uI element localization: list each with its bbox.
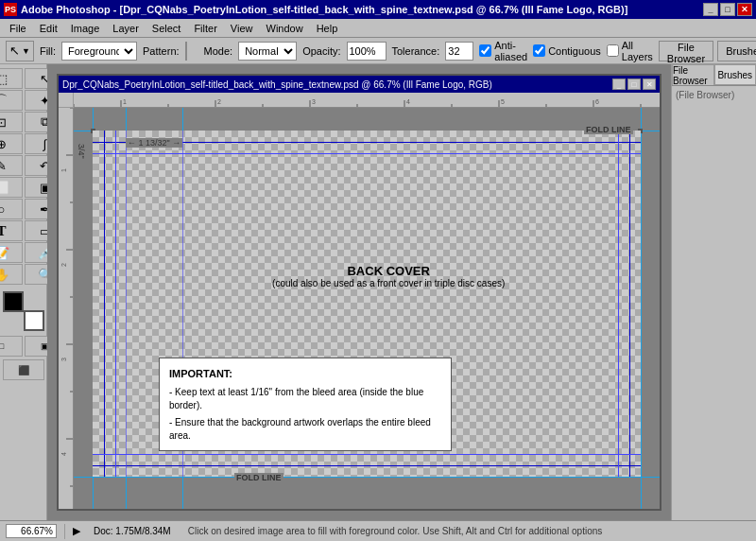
- doc-minimize-button[interactable]: _: [612, 79, 626, 90]
- title-bar: PS Adobe Photoshop - [Dpr_CQNabs_PoetryI…: [0, 0, 756, 19]
- contiguous-label: Contiguous: [548, 45, 601, 57]
- rectangular-marquee-tool[interactable]: ⬚: [0, 68, 23, 89]
- main-area: ⬚ ↖ ⌒ ✦ ⊡ ⧉ ⊕ ∫ ✎ ↶ ⬜ ▣ ○ ✒ T ▭: [0, 64, 756, 520]
- back-cover-title: BACK COVER: [247, 264, 530, 278]
- menu-edit[interactable]: Edit: [34, 21, 63, 36]
- crop-tool[interactable]: ⊡: [0, 112, 23, 132]
- guide-right-outer: [641, 108, 642, 509]
- tab-file-browser[interactable]: File Browser: [672, 64, 714, 85]
- svg-text:5: 5: [501, 98, 505, 105]
- measure-label-horizontal: ← 1 13/32" →: [126, 138, 182, 148]
- divider-sm: [64, 524, 65, 539]
- blue-border-bottom: [93, 465, 641, 466]
- guide-bottom-outer: [74, 477, 660, 478]
- anti-aliased-group: Anti-aliased: [479, 40, 527, 62]
- blue-inner-right: [618, 131, 619, 477]
- menu-bar: File Edit Image Layer Select Filter View…: [0, 19, 756, 38]
- svg-text:2: 2: [217, 98, 221, 105]
- toolbox: ⬚ ↖ ⌒ ✦ ⊡ ⧉ ⊕ ∫ ✎ ↶ ⬜ ▣ ○ ✒ T ▭: [0, 64, 47, 520]
- background-color-swatch[interactable]: [24, 310, 44, 331]
- fold-line-top: FOLD LINE: [584, 125, 633, 134]
- mode-label: Mode:: [204, 45, 233, 57]
- screen-mode-button[interactable]: ⬛: [3, 359, 44, 380]
- anti-aliased-checkbox[interactable]: [479, 44, 491, 57]
- notes-tool[interactable]: 📝: [0, 242, 23, 263]
- svg-text:1: 1: [60, 168, 67, 172]
- tolerance-input[interactable]: [445, 42, 473, 61]
- menu-help[interactable]: Help: [311, 21, 344, 36]
- opacity-label: Opacity:: [302, 45, 340, 57]
- foreground-color-swatch[interactable]: [3, 291, 24, 312]
- blue-inner-top: [93, 153, 641, 154]
- file-browser-button[interactable]: File Browser: [659, 41, 713, 61]
- mode-select[interactable]: Normal: [238, 42, 297, 61]
- document-window: Dpr_CQNabs_PoetryInLotion_self-titled_ba…: [57, 74, 662, 511]
- ruler-corner: [59, 93, 74, 108]
- menu-select[interactable]: Select: [146, 21, 187, 36]
- fill-label: Fill:: [40, 45, 56, 57]
- svg-text:4: 4: [406, 98, 410, 105]
- eraser-tool[interactable]: ⬜: [0, 177, 23, 198]
- close-button[interactable]: ✕: [737, 3, 752, 16]
- canvas-text-area: BACK COVER (could also be used as a fron…: [247, 264, 530, 288]
- doc-restore-button[interactable]: □: [627, 79, 641, 90]
- panel-tabs: File Browser Brushes: [672, 64, 756, 86]
- spine-guide-left: [126, 131, 127, 477]
- type-tool[interactable]: T: [0, 220, 23, 241]
- healing-brush-tool[interactable]: ⊕: [0, 133, 23, 154]
- menu-window[interactable]: Window: [261, 21, 309, 36]
- zoom-display[interactable]: 66.67%: [7, 525, 56, 537]
- measure-label-vertical: 3/4": [77, 142, 86, 161]
- minimize-button[interactable]: _: [703, 3, 718, 16]
- lasso-tool[interactable]: ⌒: [0, 90, 23, 111]
- important-box: IMPORTANT: - Keep text at least 1/16" fr…: [159, 358, 452, 451]
- tool-preset-picker[interactable]: ↖ ▼: [6, 41, 34, 61]
- anti-aliased-label: Anti-aliased: [494, 40, 527, 62]
- canvas-area: Dpr_CQNabs_PoetryInLotion_self-titled_ba…: [47, 64, 671, 520]
- color-swatches[interactable]: [3, 291, 44, 331]
- doc-title: Dpr_CQNabs_PoetryInLotion_self-titled_ba…: [62, 79, 492, 90]
- svg-text:3: 3: [312, 98, 316, 105]
- horizontal-ruler: 1 2 3 4 5: [74, 93, 660, 108]
- menu-filter[interactable]: Filter: [188, 21, 222, 36]
- opacity-input[interactable]: [347, 42, 387, 61]
- fold-line-bottom: FOLD LINE: [234, 473, 284, 482]
- fill-select[interactable]: Foreground: [61, 42, 137, 61]
- standard-mode-button[interactable]: □: [0, 336, 23, 357]
- options-bar: ↖ ▼ Fill: Foreground Pattern: Mode: Norm…: [0, 38, 756, 64]
- tab-brushes[interactable]: Brushes: [714, 64, 757, 85]
- dodge-tool[interactable]: ○: [0, 199, 23, 219]
- clone-stamp-tool[interactable]: ✎: [0, 155, 23, 176]
- svg-text:4: 4: [60, 452, 67, 456]
- document-canvas[interactable]: BACK COVER (could also be used as a fron…: [93, 131, 641, 477]
- app-icon: PS: [4, 3, 17, 16]
- status-hint: Click on desired image area to fill with…: [188, 526, 603, 536]
- title-bar-controls: _ □ ✕: [703, 3, 752, 16]
- menu-file[interactable]: File: [4, 21, 32, 36]
- svg-text:2: 2: [60, 263, 67, 267]
- menu-view[interactable]: View: [225, 21, 259, 36]
- menu-image[interactable]: Image: [65, 21, 106, 36]
- status-bar: 66.67% ▶ Doc: 1.75M/8.34M Click on desir…: [0, 520, 756, 541]
- doc-content[interactable]: 1 2 3 4 5: [59, 93, 660, 509]
- all-layers-checkbox[interactable]: [607, 44, 619, 57]
- tolerance-label: Tolerance:: [392, 45, 440, 57]
- contiguous-checkbox[interactable]: [533, 44, 545, 57]
- important-bullet-1: - Keep text at least 1/16" from the blee…: [169, 386, 441, 412]
- pattern-label: Pattern:: [143, 45, 180, 57]
- brushes-button[interactable]: Brushes: [717, 41, 756, 61]
- svg-text:1: 1: [123, 98, 127, 105]
- pattern-preview[interactable]: [185, 42, 187, 61]
- all-layers-group: All Layers: [607, 40, 653, 62]
- blue-inner-left: [115, 131, 116, 477]
- doc-controls: _ □ ✕: [612, 79, 656, 90]
- hand-tool[interactable]: ✋: [0, 264, 23, 285]
- restore-button[interactable]: □: [720, 3, 735, 16]
- panel-content: (File Browser): [672, 86, 756, 104]
- canvas-checkerboard[interactable]: BACK COVER (could also be used as a fron…: [74, 108, 660, 509]
- doc-close-button[interactable]: ✕: [643, 79, 656, 90]
- svg-text:3: 3: [60, 358, 67, 361]
- important-title: IMPORTANT:: [169, 366, 441, 382]
- contiguous-group: Contiguous: [533, 44, 601, 57]
- menu-layer[interactable]: Layer: [107, 21, 145, 36]
